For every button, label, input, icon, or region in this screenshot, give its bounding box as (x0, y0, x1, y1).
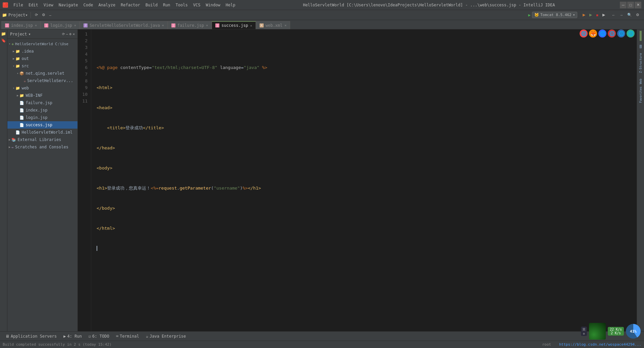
tree-item-package[interactable]: ▾ 📦 net.qing.servlet (7, 70, 77, 77)
tab-web-xml[interactable]: x web.xml ✕ (256, 21, 290, 29)
menu-edit[interactable]: Edit (26, 0, 41, 10)
project-selector[interactable]: 📁 Project▾ (2, 13, 28, 17)
tree-label: login.jsp (25, 115, 47, 120)
settings-button[interactable]: ⚙ (41, 12, 47, 18)
run-button[interactable]: ▶ (588, 12, 593, 18)
tree-item-index-jsp[interactable]: ▶ 📄 index.jsp (7, 107, 77, 114)
close-sidebar-icon[interactable]: ✕ (73, 32, 75, 36)
maximize-button[interactable]: □ (627, 2, 634, 8)
stop-button[interactable]: ■ (595, 12, 600, 18)
code-content[interactable]: <%@ page contentType="text/html;charset=… (91, 29, 637, 331)
tab-failure-jsp[interactable]: j failure.jsp ✕ (168, 21, 212, 29)
menu-run[interactable]: Run (160, 0, 173, 10)
editor-content[interactable]: 1 2 3 4 5 6 7 8 9 10 11 <%@ page content… (78, 29, 637, 331)
coverage-button[interactable]: ▶ (601, 12, 606, 18)
tomcat-selector[interactable]: 🐱 Tomcat 8.5.462 ▾ (532, 12, 577, 18)
jsp-icon: j (171, 23, 175, 27)
close-icon[interactable]: ✕ (35, 23, 37, 27)
firefox-icon[interactable]: 🦊 (589, 29, 597, 38)
close-icon[interactable]: ✕ (250, 24, 252, 27)
line-num-9: 9 (78, 84, 88, 91)
tab-success-jsp[interactable]: j success.jsp ✕ (212, 21, 256, 29)
tree-item-root[interactable]: ▾ ◆ HelloServletWorld C:\Use (7, 40, 77, 48)
tree-item-failure-jsp[interactable]: ▶ 📄 failure.jsp (7, 99, 77, 107)
sync-button[interactable]: ⟳ (34, 12, 39, 18)
tree-item-webinf[interactable]: ▶ 📁 WEB-INF (7, 92, 77, 99)
minimize-button[interactable]: ─ (620, 2, 627, 8)
tab-servlet-java[interactable]: J ServletHelloServletWorld.java ✕ (80, 21, 168, 29)
debug-button[interactable]: ▶ (581, 12, 587, 18)
jsp-icon: j (44, 23, 48, 27)
close-icon[interactable]: ✕ (74, 23, 76, 27)
back-button[interactable]: ← (610, 12, 617, 18)
code-line-3: <html> (97, 84, 631, 91)
tree-item-scratches[interactable]: ▶ ✏ Scratches and Consoles (7, 143, 77, 151)
settings-small-icon[interactable]: ⚙ (69, 32, 71, 36)
code-editor[interactable]: 🌐 🦊 🌐 🌐 🌐 🌐 1 2 3 4 5 6 7 8 9 10 11 (78, 29, 637, 331)
tree-item-success-jsp[interactable]: ▶ 📄 success.jsp (7, 121, 77, 129)
ie-icon[interactable]: 🌐 (598, 29, 606, 38)
close-button[interactable]: ✕ (635, 2, 641, 8)
menu-window[interactable]: Window (203, 0, 223, 10)
web-icon[interactable]: Web (638, 76, 644, 86)
collapse-button[interactable]: – (48, 12, 53, 18)
project-tree: ▾ ◆ HelloServletWorld C:\Use ▶ 📁 .idea ▶… (7, 39, 77, 331)
tree-item-servlet-class[interactable]: ▶ ☕ ServletHelloServ... (7, 77, 77, 84)
tree-item-web[interactable]: ▾ 📁 web (7, 84, 77, 92)
menu-navigate[interactable]: Navigate (56, 0, 81, 10)
search-everywhere-button[interactable]: 🔍 (626, 12, 633, 18)
arrow-icon: ▾ (13, 64, 14, 68)
menu-analyze[interactable]: Analyze (96, 0, 118, 10)
sync-icon[interactable]: ⟳ (62, 32, 65, 36)
status-bar: Build completed successfully in 2 s (tod… (0, 341, 644, 348)
tree-item-src[interactable]: ▾ 📁 src (7, 62, 77, 70)
safari-icon[interactable]: 🌐 (627, 29, 635, 38)
menu-tools[interactable]: Tools (173, 0, 191, 10)
close-icon[interactable]: ✕ (206, 23, 208, 27)
line-num-3: 3 (78, 44, 88, 51)
tree-item-external-libs[interactable]: ▶ 📚 External Libraries (7, 136, 77, 143)
window-title: HelloServletWorld [C:\Users\lenovo\IdeaP… (241, 3, 617, 7)
menu-code[interactable]: Code (81, 0, 96, 10)
bottom-tab-todo[interactable]: ☑ 6: TODO (86, 333, 112, 339)
menu-view[interactable]: View (41, 0, 56, 10)
tree-item-iml[interactable]: ▶ 📄 HelloServletWorld.iml (7, 129, 77, 136)
menu-vcs[interactable]: VCS (191, 0, 203, 10)
forward-button[interactable]: → (618, 12, 625, 18)
menu-refactor[interactable]: Refactor (118, 0, 143, 10)
project-tool-icon[interactable]: 📁 (1, 31, 7, 37)
tab-index-jsp[interactable]: j index.jsp ✕ (1, 21, 41, 29)
close-icon[interactable]: ✕ (162, 23, 164, 27)
structure-icon[interactable]: Z-Structure (638, 50, 644, 76)
menu-help[interactable]: Help (223, 0, 238, 10)
bottom-tab-terminal[interactable]: ⌨ Terminal (113, 333, 142, 339)
bookmark-icon[interactable]: 🔖 (1, 38, 7, 44)
settings-gear-button[interactable]: ⚙ (635, 12, 641, 18)
bottom-tab-java-enterprise[interactable]: ☕ Java Enterprise (143, 333, 189, 339)
arrow-icon: ▾ (13, 86, 14, 90)
bottom-tab-run[interactable]: ▶ 4: Run (61, 333, 85, 339)
jsp-file-icon: 📄 (19, 116, 24, 120)
close-icon[interactable]: ✕ (284, 23, 286, 27)
java-icon: J (84, 23, 88, 27)
tab-login-jsp[interactable]: j login.jsp ✕ (41, 21, 80, 29)
tree-label: out (21, 56, 29, 61)
tree-item-out[interactable]: ▶ 📁 out (7, 55, 77, 62)
tree-item-idea[interactable]: ▶ 📁 .idea (7, 48, 77, 55)
database-icon[interactable]: 🗄 (638, 44, 644, 50)
tree-item-login-jsp[interactable]: ▶ 📄 login.jsp (7, 114, 77, 121)
favorites-icon[interactable]: Favorites (638, 86, 644, 103)
tree-label: web (21, 86, 29, 90)
chrome-icon[interactable]: 🌐 (580, 29, 588, 38)
edge-icon[interactable]: 🌐 (608, 29, 616, 38)
bottom-tab-label: Terminal (120, 334, 139, 339)
menu-build[interactable]: Build (143, 0, 160, 10)
menu-file[interactable]: File (11, 0, 26, 10)
bottom-tab-app-servers[interactable]: 🖥 Application Servers (3, 333, 59, 339)
opera-icon[interactable]: 🌐 (617, 29, 625, 38)
percent-label: 41% (630, 329, 637, 334)
tomcat-dropdown-icon: ▾ (573, 13, 575, 17)
line-num-6: 6 (78, 64, 88, 71)
collapse-all-icon[interactable]: – (66, 32, 68, 36)
code-line-9: </body> (97, 205, 631, 212)
